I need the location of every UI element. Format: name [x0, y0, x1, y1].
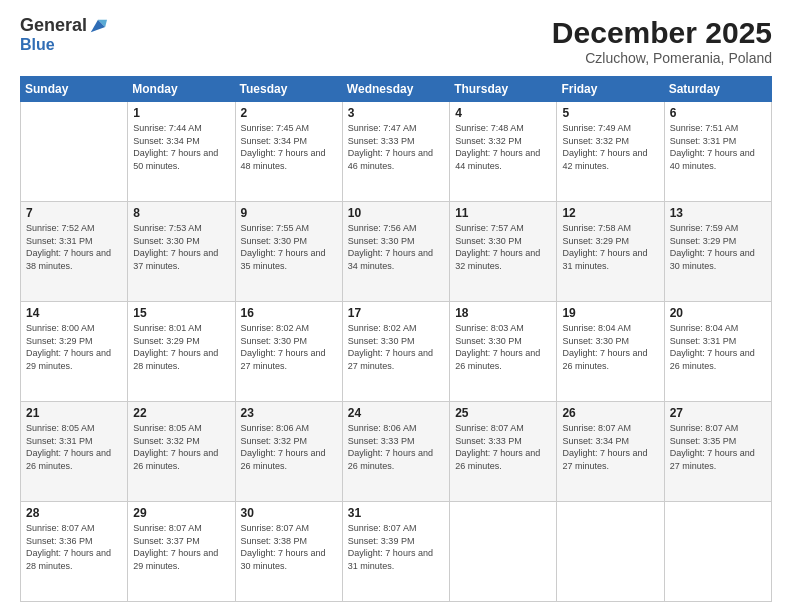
day-number: 14 — [26, 306, 122, 320]
daylight-text: Daylight: 7 hours and 32 minutes. — [455, 248, 540, 271]
sunset-text: Sunset: 3:33 PM — [455, 436, 522, 446]
day-cell-27: 27Sunrise: 8:07 AMSunset: 3:35 PMDayligh… — [664, 402, 771, 502]
day-cell-8: 8Sunrise: 7:53 AMSunset: 3:30 PMDaylight… — [128, 202, 235, 302]
logo-text-blue: Blue — [20, 36, 55, 53]
day-number: 1 — [133, 106, 229, 120]
daylight-text: Daylight: 7 hours and 44 minutes. — [455, 148, 540, 171]
day-cell-17: 17Sunrise: 8:02 AMSunset: 3:30 PMDayligh… — [342, 302, 449, 402]
sunset-text: Sunset: 3:30 PM — [348, 236, 415, 246]
day-details: Sunrise: 7:51 AMSunset: 3:31 PMDaylight:… — [670, 122, 766, 172]
day-cell-0 — [21, 102, 128, 202]
day-cell-34 — [664, 502, 771, 602]
logo: General Blue — [20, 16, 107, 54]
day-details: Sunrise: 8:03 AMSunset: 3:30 PMDaylight:… — [455, 322, 551, 372]
col-saturday: Saturday — [664, 77, 771, 102]
day-cell-20: 20Sunrise: 8:04 AMSunset: 3:31 PMDayligh… — [664, 302, 771, 402]
sunrise-text: Sunrise: 8:07 AM — [562, 423, 631, 433]
day-cell-5: 5Sunrise: 7:49 AMSunset: 3:32 PMDaylight… — [557, 102, 664, 202]
day-cell-2: 2Sunrise: 7:45 AMSunset: 3:34 PMDaylight… — [235, 102, 342, 202]
daylight-text: Daylight: 7 hours and 48 minutes. — [241, 148, 326, 171]
sunrise-text: Sunrise: 8:00 AM — [26, 323, 95, 333]
day-details: Sunrise: 8:00 AMSunset: 3:29 PMDaylight:… — [26, 322, 122, 372]
sunrise-text: Sunrise: 8:06 AM — [241, 423, 310, 433]
day-number: 3 — [348, 106, 444, 120]
sunset-text: Sunset: 3:31 PM — [670, 336, 737, 346]
day-number: 15 — [133, 306, 229, 320]
day-cell-22: 22Sunrise: 8:05 AMSunset: 3:32 PMDayligh… — [128, 402, 235, 502]
sunset-text: Sunset: 3:29 PM — [133, 336, 200, 346]
sunset-text: Sunset: 3:38 PM — [241, 536, 308, 546]
sunrise-text: Sunrise: 8:07 AM — [133, 523, 202, 533]
sunset-text: Sunset: 3:31 PM — [26, 236, 93, 246]
week-row-3: 14Sunrise: 8:00 AMSunset: 3:29 PMDayligh… — [21, 302, 772, 402]
day-details: Sunrise: 8:04 AMSunset: 3:31 PMDaylight:… — [670, 322, 766, 372]
sunrise-text: Sunrise: 7:49 AM — [562, 123, 631, 133]
day-details: Sunrise: 7:47 AMSunset: 3:33 PMDaylight:… — [348, 122, 444, 172]
sunset-text: Sunset: 3:36 PM — [26, 536, 93, 546]
sunset-text: Sunset: 3:31 PM — [670, 136, 737, 146]
sunrise-text: Sunrise: 7:57 AM — [455, 223, 524, 233]
day-details: Sunrise: 7:44 AMSunset: 3:34 PMDaylight:… — [133, 122, 229, 172]
sunset-text: Sunset: 3:30 PM — [241, 336, 308, 346]
day-cell-32 — [450, 502, 557, 602]
daylight-text: Daylight: 7 hours and 30 minutes. — [241, 548, 326, 571]
logo-text-general: General — [20, 16, 87, 36]
daylight-text: Daylight: 7 hours and 28 minutes. — [133, 348, 218, 371]
day-details: Sunrise: 7:48 AMSunset: 3:32 PMDaylight:… — [455, 122, 551, 172]
day-number: 9 — [241, 206, 337, 220]
day-cell-1: 1Sunrise: 7:44 AMSunset: 3:34 PMDaylight… — [128, 102, 235, 202]
day-number: 4 — [455, 106, 551, 120]
day-number: 17 — [348, 306, 444, 320]
day-details: Sunrise: 8:04 AMSunset: 3:30 PMDaylight:… — [562, 322, 658, 372]
daylight-text: Daylight: 7 hours and 26 minutes. — [241, 448, 326, 471]
day-number: 27 — [670, 406, 766, 420]
sunset-text: Sunset: 3:35 PM — [670, 436, 737, 446]
day-details: Sunrise: 8:07 AMSunset: 3:35 PMDaylight:… — [670, 422, 766, 472]
week-row-4: 21Sunrise: 8:05 AMSunset: 3:31 PMDayligh… — [21, 402, 772, 502]
sunset-text: Sunset: 3:32 PM — [133, 436, 200, 446]
day-number: 11 — [455, 206, 551, 220]
daylight-text: Daylight: 7 hours and 38 minutes. — [26, 248, 111, 271]
day-cell-21: 21Sunrise: 8:05 AMSunset: 3:31 PMDayligh… — [21, 402, 128, 502]
sunrise-text: Sunrise: 8:04 AM — [562, 323, 631, 333]
day-details: Sunrise: 7:53 AMSunset: 3:30 PMDaylight:… — [133, 222, 229, 272]
sunrise-text: Sunrise: 8:02 AM — [241, 323, 310, 333]
day-number: 25 — [455, 406, 551, 420]
day-cell-31: 31Sunrise: 8:07 AMSunset: 3:39 PMDayligh… — [342, 502, 449, 602]
col-thursday: Thursday — [450, 77, 557, 102]
sunset-text: Sunset: 3:34 PM — [562, 436, 629, 446]
daylight-text: Daylight: 7 hours and 46 minutes. — [348, 148, 433, 171]
sunset-text: Sunset: 3:30 PM — [348, 336, 415, 346]
calendar-header-row: Sunday Monday Tuesday Wednesday Thursday… — [21, 77, 772, 102]
day-details: Sunrise: 8:07 AMSunset: 3:37 PMDaylight:… — [133, 522, 229, 572]
col-monday: Monday — [128, 77, 235, 102]
day-cell-4: 4Sunrise: 7:48 AMSunset: 3:32 PMDaylight… — [450, 102, 557, 202]
day-number: 6 — [670, 106, 766, 120]
sunset-text: Sunset: 3:34 PM — [241, 136, 308, 146]
sunset-text: Sunset: 3:39 PM — [348, 536, 415, 546]
day-details: Sunrise: 7:49 AMSunset: 3:32 PMDaylight:… — [562, 122, 658, 172]
day-cell-19: 19Sunrise: 8:04 AMSunset: 3:30 PMDayligh… — [557, 302, 664, 402]
day-number: 13 — [670, 206, 766, 220]
day-details: Sunrise: 8:06 AMSunset: 3:32 PMDaylight:… — [241, 422, 337, 472]
calendar-table: Sunday Monday Tuesday Wednesday Thursday… — [20, 76, 772, 602]
daylight-text: Daylight: 7 hours and 28 minutes. — [26, 548, 111, 571]
day-number: 10 — [348, 206, 444, 220]
day-details: Sunrise: 7:56 AMSunset: 3:30 PMDaylight:… — [348, 222, 444, 272]
page: General Blue December 2025 Czluchow, Pom… — [0, 0, 792, 612]
day-cell-29: 29Sunrise: 8:07 AMSunset: 3:37 PMDayligh… — [128, 502, 235, 602]
day-cell-6: 6Sunrise: 7:51 AMSunset: 3:31 PMDaylight… — [664, 102, 771, 202]
week-row-2: 7Sunrise: 7:52 AMSunset: 3:31 PMDaylight… — [21, 202, 772, 302]
daylight-text: Daylight: 7 hours and 50 minutes. — [133, 148, 218, 171]
day-details: Sunrise: 8:07 AMSunset: 3:38 PMDaylight:… — [241, 522, 337, 572]
day-number: 26 — [562, 406, 658, 420]
day-number: 23 — [241, 406, 337, 420]
sunset-text: Sunset: 3:32 PM — [562, 136, 629, 146]
day-number: 24 — [348, 406, 444, 420]
day-details: Sunrise: 8:07 AMSunset: 3:39 PMDaylight:… — [348, 522, 444, 572]
day-cell-28: 28Sunrise: 8:07 AMSunset: 3:36 PMDayligh… — [21, 502, 128, 602]
col-wednesday: Wednesday — [342, 77, 449, 102]
sunset-text: Sunset: 3:30 PM — [133, 236, 200, 246]
sunset-text: Sunset: 3:34 PM — [133, 136, 200, 146]
col-tuesday: Tuesday — [235, 77, 342, 102]
